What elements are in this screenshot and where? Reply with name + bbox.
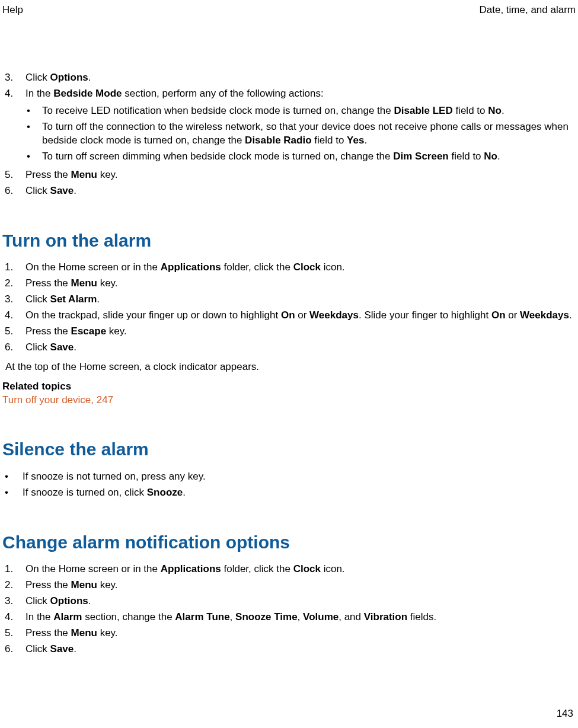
list-item-number: 4.: [2, 309, 25, 323]
list-item-number: 4.: [2, 611, 25, 624]
bullet-icon: •: [25, 104, 42, 118]
list-item-text: Press the Menu key.: [25, 277, 576, 290]
list-item-text: Click Options.: [25, 71, 576, 85]
page-number: 143: [557, 707, 573, 721]
bullet-item: •If snooze is not turned on, press any k…: [2, 470, 576, 484]
list-item: 6.Click Save.: [2, 341, 576, 355]
list-item-number: 4.: [2, 87, 25, 101]
related-topics-title: Related topics: [2, 380, 576, 394]
sub-bullet-list: •To receive LED notification when bedsid…: [25, 104, 576, 164]
list-item-sub-container: •To receive LED notification when bedsid…: [2, 103, 576, 166]
list-item: 5.Press the Menu key.: [2, 168, 576, 182]
list-item-number: 3.: [2, 595, 25, 608]
related-link-turn-off-device[interactable]: Turn off your device, 247: [2, 394, 113, 407]
list-item: 2.Press the Menu key.: [2, 579, 576, 592]
list-item-number: 1.: [2, 563, 25, 576]
spacer: [2, 103, 25, 166]
header-left: Help: [2, 4, 23, 17]
list-item-number: 2.: [2, 579, 25, 592]
bullet-icon: •: [25, 120, 42, 148]
list-item: 1.On the Home screen or in the Applicati…: [2, 563, 576, 576]
heading-change-alarm-options: Change alarm notification options: [2, 531, 576, 555]
header-right: Date, time, and alarm: [479, 4, 576, 17]
list-item: 4.In the Bedside Mode section, perform a…: [2, 87, 576, 101]
list-item: 2.Press the Menu key.: [2, 277, 576, 290]
sub-list-item-text: To turn off the connection to the wirele…: [42, 120, 576, 148]
list-item: 5.Press the Menu key.: [2, 627, 576, 640]
list-item-number: 5.: [2, 325, 25, 339]
sub-list-item: •To turn off screen dimming when bedside…: [25, 150, 576, 164]
bullet-item-text: If snooze is not turned on, press any ke…: [23, 470, 576, 484]
list-item: 4.In the Alarm section, change the Alarm…: [2, 611, 576, 624]
list-item-text: On the Home screen or in the Application…: [25, 261, 576, 274]
list-item-number: 6.: [2, 643, 25, 656]
list-item: 6.Click Save.: [2, 184, 576, 198]
list-item-text: Press the Escape key.: [25, 325, 576, 339]
bullet-item: •If snooze is turned on, click Snooze.: [2, 486, 576, 500]
list-item-text: Click Save.: [25, 184, 576, 198]
list-item-number: 5.: [2, 627, 25, 640]
list-item-text: Click Options.: [25, 595, 576, 608]
list-item-text: Click Save.: [25, 341, 576, 355]
list-item-text: In the Alarm section, change the Alarm T…: [25, 611, 576, 624]
sub-list-item: •To receive LED notification when bedsid…: [25, 104, 576, 118]
list-item-number: 1.: [2, 261, 25, 274]
list-item: 6.Click Save.: [2, 643, 576, 656]
list-item-text: Press the Menu key.: [25, 627, 576, 640]
list-item-number: 2.: [2, 277, 25, 290]
sub-list-item-text: To turn off screen dimming when bedside …: [42, 150, 576, 164]
list-item: 1.On the Home screen or in the Applicati…: [2, 261, 576, 274]
list-item: 4.On the trackpad, slide your finger up …: [2, 309, 576, 323]
sub-list-item-text: To receive LED notification when bedside…: [42, 104, 576, 118]
turn-on-alarm-list: 1.On the Home screen or in the Applicati…: [2, 261, 576, 355]
list-item-number: 6.: [2, 184, 25, 198]
change-alarm-options-list: 1.On the Home screen or in the Applicati…: [2, 563, 576, 656]
bullet-icon: •: [2, 470, 23, 484]
page-content: 3.Click Options.4.In the Bedside Mode se…: [2, 71, 576, 659]
list-item-text: On the Home screen or in the Application…: [25, 563, 576, 576]
list-item-text: Click Set Alarm.: [25, 293, 576, 306]
page-header: Help Date, time, and alarm: [2, 4, 576, 17]
list-item-number: 3.: [2, 293, 25, 306]
list-item-number: 3.: [2, 71, 25, 85]
list-item-text: Press the Menu key.: [25, 579, 576, 592]
sub-list-wrap: •To receive LED notification when bedsid…: [25, 103, 576, 166]
bullet-icon: •: [2, 486, 23, 500]
list-item: 3.Click Options.: [2, 71, 576, 85]
bullet-icon: •: [25, 150, 42, 164]
list-item-text: Click Save.: [25, 643, 576, 656]
list-item-text: Press the Menu key.: [25, 168, 576, 182]
sub-list-item: •To turn off the connection to the wirel…: [25, 120, 576, 148]
list-item: 5.Press the Escape key.: [2, 325, 576, 339]
intro-ordered-list: 3.Click Options.4.In the Bedside Mode se…: [2, 71, 576, 198]
list-item-text: In the Bedside Mode section, perform any…: [25, 87, 576, 101]
list-item-number: 6.: [2, 341, 25, 355]
heading-turn-on-alarm: Turn on the alarm: [2, 229, 576, 253]
heading-silence-alarm: Silence the alarm: [2, 438, 576, 462]
silence-alarm-bullets: •If snooze is not turned on, press any k…: [2, 470, 576, 500]
turn-on-alarm-note: At the top of the Home screen, a clock i…: [5, 360, 576, 374]
list-item-number: 5.: [2, 168, 25, 182]
list-item: 3.Click Set Alarm.: [2, 293, 576, 306]
list-item-text: On the trackpad, slide your finger up or…: [25, 309, 576, 323]
list-item: 3.Click Options.: [2, 595, 576, 608]
bullet-item-text: If snooze is turned on, click Snooze.: [23, 486, 576, 500]
page: Help Date, time, and alarm 3.Click Optio…: [0, 0, 578, 728]
